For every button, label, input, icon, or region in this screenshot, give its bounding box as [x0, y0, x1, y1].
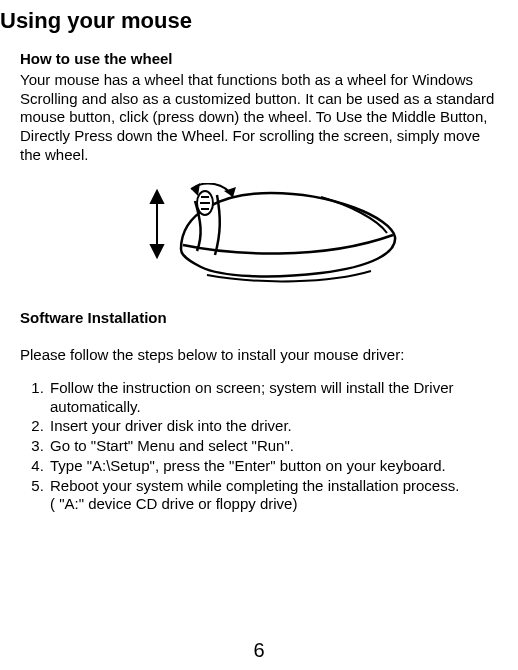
- step-text: Follow the instruction on screen; system…: [50, 379, 453, 415]
- mouse-icon: [121, 183, 401, 287]
- step-text: Type "A:\Setup", press the "Enter" butto…: [50, 457, 446, 474]
- list-item: Reboot your system while completing the …: [48, 477, 502, 515]
- paragraph-wheel: Your mouse has a wheel that functions bo…: [20, 71, 502, 165]
- list-item: Go to "Start" Menu and select "Run".: [48, 437, 502, 456]
- page-title: Using your mouse: [0, 8, 506, 34]
- step-text: Insert your driver disk into the driver.: [50, 417, 292, 434]
- page-number: 6: [0, 639, 518, 662]
- section-heading-wheel: How to use the wheel: [20, 50, 502, 69]
- svg-marker-1: [151, 191, 163, 203]
- list-item: Insert your driver disk into the driver.: [48, 417, 502, 436]
- step-text: Go to "Start" Menu and select "Run".: [50, 437, 294, 454]
- step-note: ( "A:" device CD drive or floppy drive): [50, 495, 502, 514]
- list-item: Type "A:\Setup", press the "Enter" butto…: [48, 457, 502, 476]
- document-page: Using your mouse How to use the wheel Yo…: [0, 0, 518, 670]
- section-heading-install: Software Installation: [20, 309, 502, 328]
- step-text: Reboot your system while completing the …: [50, 477, 459, 494]
- mouse-illustration: [20, 183, 502, 292]
- content-block: How to use the wheel Your mouse has a wh…: [0, 50, 506, 514]
- install-steps-list: Follow the instruction on screen; system…: [28, 379, 502, 514]
- svg-marker-2: [151, 245, 163, 257]
- list-item: Follow the instruction on screen; system…: [48, 379, 502, 417]
- install-intro: Please follow the steps below to install…: [20, 346, 502, 365]
